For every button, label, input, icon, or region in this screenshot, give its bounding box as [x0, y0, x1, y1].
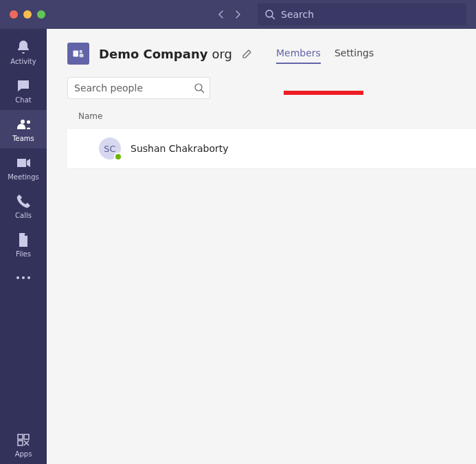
global-search[interactable]: [258, 3, 466, 25]
edit-team-button[interactable]: [242, 48, 253, 59]
svg-point-4: [27, 276, 30, 279]
history-nav: [216, 10, 252, 19]
rail-label: Calls: [15, 212, 32, 219]
maximize-icon[interactable]: [37, 10, 45, 19]
svg-line-1: [272, 16, 275, 19]
people-search[interactable]: [67, 77, 210, 99]
teams-glyph-icon: [72, 47, 84, 60]
rail-item-teams[interactable]: Teams: [0, 110, 47, 148]
close-icon[interactable]: [10, 10, 18, 19]
rail-label: Chat: [15, 97, 31, 104]
svg-rect-7: [80, 54, 84, 57]
search-icon: [194, 82, 205, 93]
search-icon: [264, 9, 275, 20]
content-pane: Demo Company org Members Settings Name S…: [47, 29, 476, 464]
annotation-underline: [284, 91, 363, 95]
rail-item-meetings[interactable]: Meetings: [0, 148, 47, 187]
rail-label: Meetings: [8, 174, 39, 181]
team-name: Demo Company org: [99, 47, 232, 61]
svg-line-9: [201, 90, 204, 93]
global-search-input[interactable]: [281, 9, 460, 20]
column-header-name: Name: [47, 111, 476, 128]
rail-label: Apps: [15, 451, 32, 458]
tab-members[interactable]: Members: [276, 45, 321, 63]
presence-available-icon: [114, 153, 122, 161]
more-icon: [16, 276, 31, 280]
bell-icon: [15, 39, 32, 56]
minimize-icon[interactable]: [23, 10, 32, 19]
rail-item-activity[interactable]: Activity: [0, 33, 47, 71]
rail-item-calls[interactable]: Calls: [0, 187, 47, 225]
rail-label: Files: [16, 251, 31, 258]
people-search-input[interactable]: [74, 82, 194, 93]
avatar: SC: [99, 137, 121, 159]
rail-item-chat[interactable]: Chat: [0, 71, 47, 110]
svg-rect-5: [73, 51, 79, 57]
member-name: Sushan Chakraborty: [131, 143, 228, 154]
teams-icon: [15, 116, 32, 133]
app-rail: Activity Chat Teams Meetings Calls Files: [0, 29, 47, 464]
phone-icon: [15, 193, 32, 210]
tab-settings[interactable]: Settings: [335, 45, 374, 63]
team-name-bold: Demo Company: [99, 47, 207, 61]
svg-point-0: [266, 10, 273, 17]
team-tabs: Members Settings: [276, 45, 374, 63]
file-icon: [15, 232, 32, 248]
rail-item-files[interactable]: Files: [0, 225, 47, 264]
svg-point-2: [16, 276, 19, 279]
svg-point-8: [195, 84, 202, 91]
team-avatar: [67, 43, 89, 65]
rail-label: Activity: [10, 58, 36, 65]
team-header: Demo Company org Members Settings: [47, 29, 476, 71]
team-name-light: org: [212, 47, 232, 61]
pencil-icon: [242, 48, 253, 59]
svg-point-6: [80, 50, 83, 54]
chat-icon: [15, 78, 32, 94]
svg-point-3: [22, 276, 25, 279]
titlebar: [0, 0, 476, 29]
rail-label: Teams: [12, 135, 34, 142]
back-button[interactable]: [216, 10, 226, 19]
forward-button[interactable]: [233, 10, 242, 19]
member-row[interactable]: SC Sushan Chakraborty: [67, 128, 476, 169]
window-controls: [10, 10, 45, 19]
rail-item-apps[interactable]: Apps: [0, 426, 47, 464]
video-icon: [15, 155, 32, 171]
apps-icon: [15, 432, 32, 448]
rail-more-button[interactable]: [0, 264, 47, 291]
